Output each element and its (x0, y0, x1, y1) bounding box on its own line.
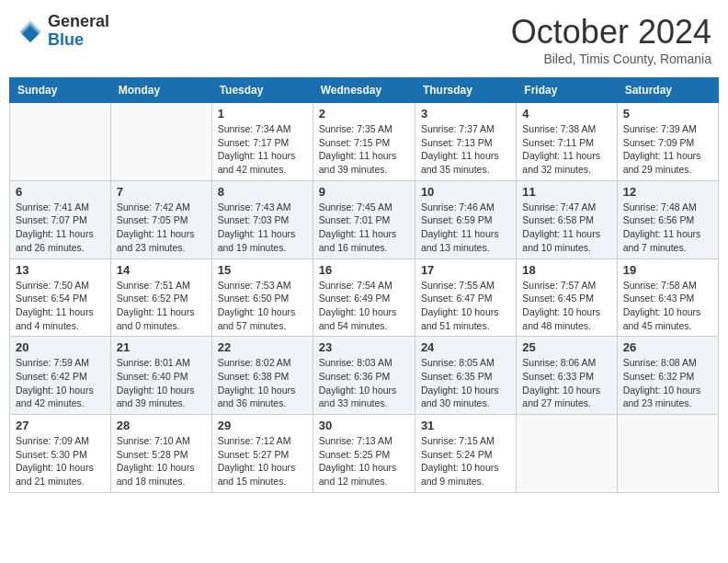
calendar-cell: 19Sunrise: 7:58 AMSunset: 6:43 PMDayligh… (617, 259, 718, 337)
day-number: 17 (421, 263, 510, 277)
logo-text: General Blue (48, 13, 109, 50)
day-info: Sunrise: 7:35 AMSunset: 7:15 PMDaylight:… (319, 122, 409, 177)
logo-icon (17, 17, 44, 45)
calendar-cell: 29Sunrise: 7:12 AMSunset: 5:27 PMDayligh… (211, 415, 313, 493)
day-of-week-header: Monday (110, 78, 211, 103)
day-number: 21 (117, 340, 206, 354)
calendar-cell: 4Sunrise: 7:38 AMSunset: 7:11 PMDaylight… (517, 103, 617, 181)
calendar-cell: 5Sunrise: 7:39 AMSunset: 7:09 PMDaylight… (617, 103, 718, 181)
day-number: 28 (117, 419, 206, 432)
calendar-cell: 24Sunrise: 8:05 AMSunset: 6:35 PMDayligh… (415, 337, 516, 415)
day-info: Sunrise: 7:58 AMSunset: 6:43 PMDaylight:… (623, 279, 712, 333)
day-info: Sunrise: 7:47 AMSunset: 6:58 PMDaylight:… (522, 201, 610, 255)
day-number: 9 (319, 185, 409, 199)
day-info: Sunrise: 7:54 AMSunset: 6:49 PMDaylight:… (319, 279, 409, 333)
day-number: 2 (319, 107, 409, 121)
calendar-header-row: SundayMondayTuesdayWednesdayThursdayFrid… (10, 78, 719, 103)
calendar-cell (517, 415, 617, 493)
calendar-cell: 18Sunrise: 7:57 AMSunset: 6:45 PMDayligh… (517, 259, 617, 337)
calendar-cell: 21Sunrise: 8:01 AMSunset: 6:40 PMDayligh… (110, 337, 211, 415)
calendar-cell: 20Sunrise: 7:59 AMSunset: 6:42 PMDayligh… (10, 337, 111, 415)
day-info: Sunrise: 7:48 AMSunset: 6:56 PMDaylight:… (623, 201, 712, 255)
day-of-week-header: Sunday (10, 78, 111, 103)
day-info: Sunrise: 7:15 AMSunset: 5:24 PMDaylight:… (421, 434, 510, 488)
calendar-cell: 22Sunrise: 8:02 AMSunset: 6:38 PMDayligh… (211, 337, 313, 415)
day-number: 7 (117, 185, 206, 199)
calendar-cell: 9Sunrise: 7:45 AMSunset: 7:01 PMDaylight… (313, 180, 415, 259)
day-info: Sunrise: 7:10 AMSunset: 5:28 PMDaylight:… (117, 434, 206, 488)
day-number: 20 (16, 340, 105, 354)
day-info: Sunrise: 7:41 AMSunset: 7:07 PMDaylight:… (16, 201, 105, 255)
calendar-table: SundayMondayTuesdayWednesdayThursdayFrid… (9, 77, 719, 493)
day-info: Sunrise: 7:38 AMSunset: 7:11 PMDaylight:… (522, 122, 610, 177)
day-info: Sunrise: 7:34 AMSunset: 7:17 PMDaylight:… (218, 122, 307, 177)
day-number: 18 (522, 263, 610, 277)
day-info: Sunrise: 7:43 AMSunset: 7:03 PMDaylight:… (218, 201, 307, 255)
calendar-week-row: 6Sunrise: 7:41 AMSunset: 7:07 PMDaylight… (10, 180, 719, 259)
day-info: Sunrise: 7:39 AMSunset: 7:09 PMDaylight:… (623, 122, 712, 177)
day-number: 14 (117, 263, 206, 277)
calendar-week-row: 1Sunrise: 7:34 AMSunset: 7:17 PMDaylight… (10, 103, 719, 181)
calendar-cell: 3Sunrise: 7:37 AMSunset: 7:13 PMDaylight… (415, 103, 516, 181)
calendar-cell: 1Sunrise: 7:34 AMSunset: 7:17 PMDaylight… (211, 103, 313, 181)
day-info: Sunrise: 7:46 AMSunset: 6:59 PMDaylight:… (421, 201, 510, 255)
day-of-week-header: Wednesday (313, 78, 415, 103)
day-info: Sunrise: 7:59 AMSunset: 6:42 PMDaylight:… (16, 356, 105, 410)
day-number: 6 (16, 185, 105, 199)
calendar-cell: 2Sunrise: 7:35 AMSunset: 7:15 PMDaylight… (313, 103, 415, 181)
day-info: Sunrise: 7:42 AMSunset: 7:05 PMDaylight:… (117, 201, 206, 255)
calendar-cell (10, 103, 111, 181)
day-of-week-header: Saturday (617, 78, 718, 103)
day-info: Sunrise: 7:55 AMSunset: 6:47 PMDaylight:… (421, 279, 510, 333)
day-number: 22 (218, 340, 307, 354)
logo: General Blue (17, 13, 109, 50)
calendar-cell: 11Sunrise: 7:47 AMSunset: 6:58 PMDayligh… (517, 180, 617, 259)
calendar-cell: 8Sunrise: 7:43 AMSunset: 7:03 PMDaylight… (211, 180, 313, 259)
day-number: 12 (623, 185, 712, 199)
calendar-cell (617, 415, 718, 493)
day-info: Sunrise: 7:45 AMSunset: 7:01 PMDaylight:… (319, 201, 409, 255)
calendar-cell: 31Sunrise: 7:15 AMSunset: 5:24 PMDayligh… (415, 415, 516, 493)
day-info: Sunrise: 7:50 AMSunset: 6:54 PMDaylight:… (16, 279, 105, 333)
calendar-cell: 28Sunrise: 7:10 AMSunset: 5:28 PMDayligh… (110, 415, 211, 493)
calendar-cell: 27Sunrise: 7:09 AMSunset: 5:30 PMDayligh… (10, 415, 111, 493)
logo-blue-text: Blue (48, 31, 109, 50)
calendar-cell: 10Sunrise: 7:46 AMSunset: 6:59 PMDayligh… (415, 180, 516, 259)
day-number: 13 (16, 263, 105, 277)
day-info: Sunrise: 7:12 AMSunset: 5:27 PMDaylight:… (218, 434, 307, 488)
day-number: 23 (319, 340, 409, 354)
calendar-cell: 14Sunrise: 7:51 AMSunset: 6:52 PMDayligh… (110, 259, 211, 337)
calendar-cell: 16Sunrise: 7:54 AMSunset: 6:49 PMDayligh… (313, 259, 415, 337)
calendar-week-row: 13Sunrise: 7:50 AMSunset: 6:54 PMDayligh… (10, 259, 719, 337)
calendar-week-row: 20Sunrise: 7:59 AMSunset: 6:42 PMDayligh… (10, 337, 719, 415)
calendar-cell: 6Sunrise: 7:41 AMSunset: 7:07 PMDaylight… (10, 180, 111, 259)
day-number: 3 (421, 107, 510, 121)
day-info: Sunrise: 7:57 AMSunset: 6:45 PMDaylight:… (522, 279, 610, 333)
day-number: 31 (421, 419, 510, 432)
day-number: 4 (522, 107, 610, 121)
calendar-week-row: 27Sunrise: 7:09 AMSunset: 5:30 PMDayligh… (10, 415, 719, 493)
day-number: 19 (623, 263, 712, 277)
month-title: October 2024 (511, 13, 711, 52)
day-info: Sunrise: 8:06 AMSunset: 6:33 PMDaylight:… (522, 356, 610, 410)
day-info: Sunrise: 7:09 AMSunset: 5:30 PMDaylight:… (16, 434, 105, 488)
day-number: 25 (522, 340, 610, 354)
day-number: 27 (16, 419, 105, 432)
calendar-cell: 17Sunrise: 7:55 AMSunset: 6:47 PMDayligh… (415, 259, 516, 337)
day-number: 24 (421, 340, 510, 354)
calendar-cell: 7Sunrise: 7:42 AMSunset: 7:05 PMDaylight… (110, 180, 211, 259)
day-of-week-header: Friday (517, 78, 617, 103)
day-info: Sunrise: 8:03 AMSunset: 6:36 PMDaylight:… (319, 356, 409, 410)
calendar-cell: 12Sunrise: 7:48 AMSunset: 6:56 PMDayligh… (617, 180, 718, 259)
day-number: 11 (522, 185, 610, 199)
day-number: 1 (218, 107, 307, 121)
day-number: 16 (319, 263, 409, 277)
title-area: October 2024 Biled, Timis County, Romani… (511, 13, 711, 66)
calendar-cell: 25Sunrise: 8:06 AMSunset: 6:33 PMDayligh… (517, 337, 617, 415)
calendar-cell: 26Sunrise: 8:08 AMSunset: 6:32 PMDayligh… (617, 337, 718, 415)
day-number: 29 (218, 419, 307, 432)
day-number: 8 (218, 185, 307, 199)
day-info: Sunrise: 7:53 AMSunset: 6:50 PMDaylight:… (218, 279, 307, 333)
day-info: Sunrise: 8:01 AMSunset: 6:40 PMDaylight:… (117, 356, 206, 410)
page-header: General Blue October 2024 Biled, Timis C… (9, 9, 719, 70)
